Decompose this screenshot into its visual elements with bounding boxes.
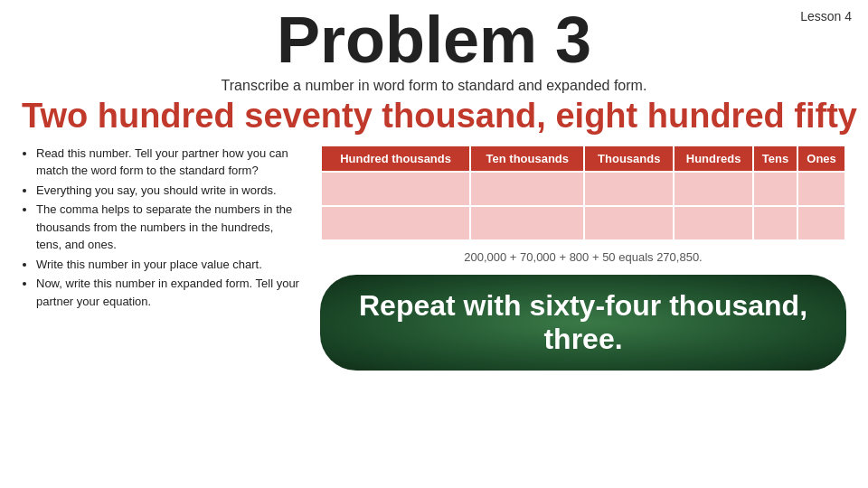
- table-header-cell: Tens: [753, 145, 797, 172]
- bullet-list: Read this number. Tell your partner how …: [22, 145, 302, 371]
- table-cell: [321, 206, 470, 240]
- table-cell: [321, 172, 470, 206]
- table-cell: [470, 206, 584, 240]
- table-cell: [797, 172, 845, 206]
- equation-line: 200,000 + 70,000 + 800 + 50 equals 270,8…: [320, 250, 846, 264]
- problem-title: Problem 3: [0, 7, 868, 72]
- list-item: The comma helps to separate the numbers …: [36, 201, 302, 254]
- table-cell: [470, 172, 584, 206]
- table-cell: [797, 206, 845, 240]
- list-item: Now, write this number in expanded form.…: [36, 275, 302, 310]
- table-cell: [674, 206, 753, 240]
- table-row: [321, 206, 845, 240]
- table-header-cell: Ones: [797, 145, 845, 172]
- repeat-box: Repeat with sixty-four thousand, three.: [320, 275, 846, 371]
- table-header-cell: Ten thousands: [470, 145, 584, 172]
- main-heading: Two hundred seventy thousand, eight hund…: [22, 98, 868, 136]
- subtitle: Transcribe a number in word form to stan…: [0, 78, 868, 94]
- list-item: Write this number in your place value ch…: [36, 256, 302, 274]
- list-item: Everything you say, you should write in …: [36, 182, 302, 200]
- list-item: Read this number. Tell your partner how …: [36, 145, 302, 180]
- place-value-table: Hundred thousandsTen thousandsThousandsH…: [320, 145, 846, 241]
- table-cell: [753, 206, 797, 240]
- table-header-cell: Thousands: [584, 145, 674, 172]
- table-row: [321, 172, 845, 206]
- table-cell: [753, 172, 797, 206]
- table-header-cell: Hundreds: [674, 145, 753, 172]
- table-cell: [584, 172, 674, 206]
- table-cell: [674, 172, 753, 206]
- table-cell: [584, 206, 674, 240]
- right-panel: Hundred thousandsTen thousandsThousandsH…: [320, 145, 846, 371]
- table-header-cell: Hundred thousands: [321, 145, 470, 172]
- lesson-label: Lesson 4: [800, 9, 852, 23]
